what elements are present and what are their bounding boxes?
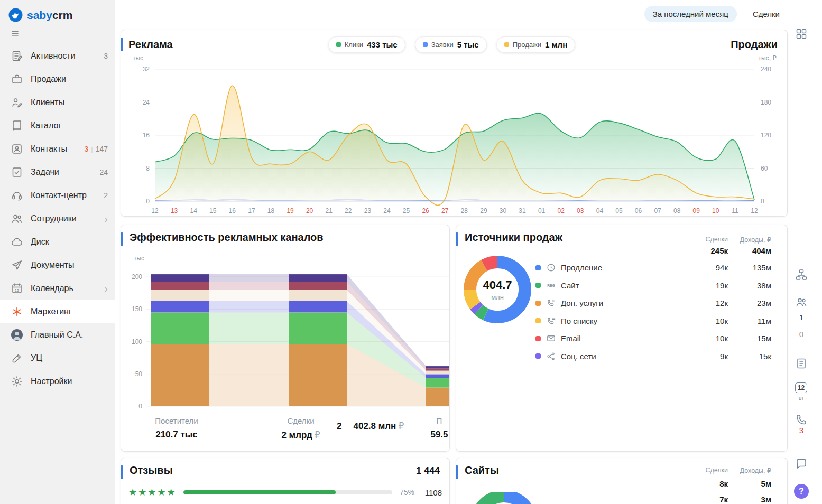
hierarchy-icon[interactable] [795, 268, 808, 281]
legend-item-1[interactable]: Клики433 тыс [328, 36, 405, 53]
calendar-widget[interactable]: 12 вт [795, 382, 808, 401]
sidebar-item-label: Задачи [31, 167, 99, 177]
sidebar-item-label: Контакт-центр [31, 191, 104, 200]
sidebar-item-documents[interactable]: Документы [0, 254, 115, 277]
main-content: За последний месяц Сделки Реклама Клики4… [115, 0, 791, 504]
svg-text:11: 11 [732, 207, 738, 214]
source-row-3[interactable]: %Доп. услуги12к23м [535, 294, 771, 312]
phone-icon[interactable] [795, 413, 808, 426]
sidebar-item-disk[interactable]: Диск [0, 230, 115, 254]
sidebar-item-uc[interactable]: УЦ [0, 347, 115, 370]
sidebar-item-label: Настройки [31, 377, 108, 386]
sites-donut-chart[interactable] [461, 492, 546, 504]
svg-text:19: 19 [287, 207, 294, 214]
sites-card: Сайты Сделки Доходы, ₽ 8к5м7к3м [456, 458, 788, 504]
site-income: 5м [761, 479, 771, 488]
legend-item-3[interactable]: Продажи1 млн [496, 36, 576, 53]
uc-icon [11, 352, 23, 365]
source-row-4[interactable]: По списку10к11м [535, 312, 771, 330]
employees-icon [11, 212, 23, 225]
funnel-stage-labels: Посетители210.7 тысСделки2 млрд₽2402.8 м… [121, 416, 450, 450]
ads-line-chart[interactable]: 0816243206012018024012131415161718192021… [121, 61, 788, 217]
sidebar-item-label: Диск [31, 237, 108, 247]
legend-value: 1 млн [545, 40, 567, 49]
svg-text:180: 180 [761, 99, 771, 106]
rating-count: 1108 [425, 488, 442, 497]
chevron-right-icon: › [104, 283, 108, 294]
right-toolbar: 1 0 12 вт 3 ? [791, 0, 822, 504]
stage-value: 2 млрд₽ [265, 430, 337, 441]
period-filter-button[interactable]: За последний месяц [644, 6, 737, 22]
sidebar-item-marketing[interactable]: Маркетинг [0, 300, 115, 323]
sidebar-item-contacts[interactable]: Контакты3|147 [0, 137, 115, 161]
source-income: 135м [740, 263, 771, 272]
tasks-icon [11, 166, 23, 179]
sidebar-item-tasks[interactable]: Задачи24 [0, 161, 115, 184]
source-row-2[interactable]: REGСайт19к38м [535, 277, 771, 295]
topbar: За последний месяц Сделки [115, 0, 791, 27]
star-rating: ★★★★★ [128, 487, 183, 498]
svg-text:18: 18 [267, 207, 275, 214]
svg-text:26: 26 [422, 207, 429, 214]
svg-text:12: 12 [15, 288, 19, 292]
svg-text:24: 24 [383, 207, 391, 214]
sidebar-item-label: Контакты [31, 144, 84, 154]
svg-text:21: 21 [326, 207, 333, 214]
sidebar-item-employees[interactable]: Сотрудники› [0, 207, 115, 230]
svg-text:23: 23 [364, 207, 372, 214]
svg-text:28: 28 [461, 207, 468, 214]
app-logo[interactable]: sabycrm [0, 0, 115, 23]
svg-text:06: 06 [635, 207, 642, 214]
people-count-secondary[interactable]: 0 [791, 330, 811, 339]
people-count-primary[interactable]: 1 [791, 313, 811, 322]
sidebar-item-settings[interactable]: Настройки [0, 370, 115, 393]
ads-card-title: Реклама [128, 39, 173, 51]
sidebar-item-catalog[interactable]: Каталог [0, 114, 115, 137]
chat-icon[interactable] [795, 458, 808, 470]
calendar-icon: 12 [11, 282, 23, 295]
app-root: sabycrm Активности3ПродажиКлиентыКаталог… [0, 0, 822, 504]
svg-text:100: 100 [132, 338, 142, 346]
sources-donut-chart[interactable]: 404.7 млн [456, 248, 539, 331]
avatar [11, 329, 23, 341]
funnel-chart[interactable]: 050100150200 [121, 257, 450, 415]
legend-item-2[interactable]: Заявки5 тыс [415, 36, 487, 53]
site-deals: 8к [719, 479, 728, 488]
sidebar-item-profile[interactable]: Главный С.А. [0, 323, 115, 347]
sidebar-item-clients[interactable]: Клиенты [0, 91, 115, 114]
badge-count: 3 [104, 52, 108, 60]
source-deals: 12к [696, 298, 728, 307]
sidebar-item-label: Маркетинг [31, 307, 108, 316]
funnel-card-title: Эффективность рекламных каналов [130, 231, 324, 244]
legend-swatch [504, 42, 509, 47]
svg-text:50: 50 [135, 370, 143, 378]
source-row-5[interactable]: Email10к15м [535, 330, 771, 348]
source-row-6[interactable]: Соц. сети9к15к [535, 348, 771, 366]
stage-label: Сделки [265, 416, 337, 425]
grid-view-icon[interactable] [795, 27, 808, 40]
phone-list-icon [546, 316, 556, 326]
source-label: Соц. сети [561, 352, 696, 361]
deals-button[interactable]: Сделки [750, 9, 783, 19]
notes-icon[interactable] [795, 357, 808, 370]
sidebar-item-sales[interactable]: Продажи [0, 68, 115, 91]
menu-toggle-icon[interactable] [0, 23, 25, 44]
deals-total: 245к [710, 246, 728, 255]
svg-text:0: 0 [146, 198, 150, 205]
people-icon[interactable] [795, 296, 808, 309]
sidebar-item-activities[interactable]: Активности3 [0, 44, 115, 68]
mail-icon [546, 333, 556, 343]
legend-value: 5 тыс [457, 40, 479, 49]
sidebar-item-calendar[interactable]: 12Календарь› [0, 277, 115, 300]
source-income: 15к [740, 352, 771, 361]
help-button[interactable]: ? [794, 484, 809, 499]
source-row-1[interactable]: Продление94к135м [535, 259, 771, 277]
sales-sources-card: Источники продаж Сделки Доходы, ₽ 245к 4… [456, 225, 788, 452]
source-color-dot [535, 318, 541, 323]
source-income: 11м [740, 316, 771, 325]
sidebar-item-contact-center[interactable]: Контакт-центр2 [0, 184, 115, 207]
svg-text:05: 05 [615, 207, 623, 214]
badge-accent: 3 [84, 145, 88, 153]
reviews-card: Отзывы 1 444 ★★★★★75%1108 [121, 458, 450, 504]
ads-card-header: Реклама Клики433 тысЗаявки5 тысПродажи1 … [121, 30, 787, 53]
